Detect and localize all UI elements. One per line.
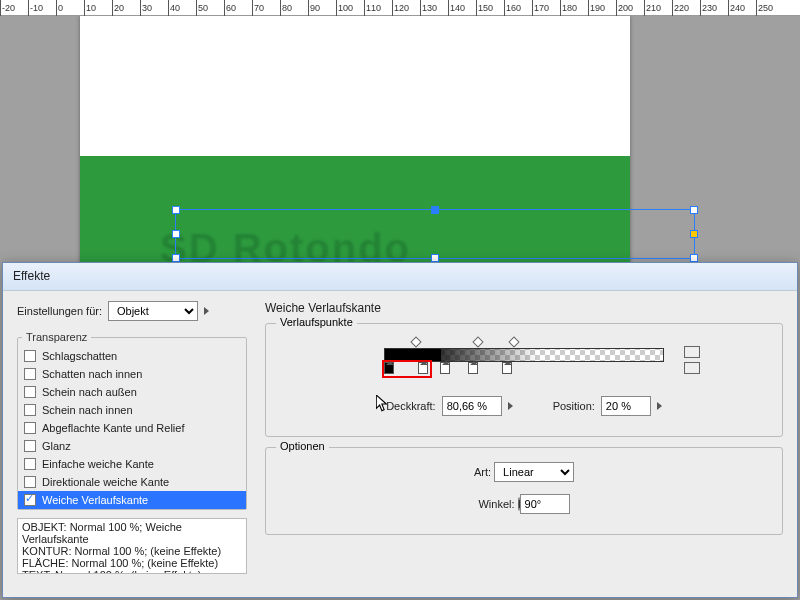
reverse-gradient-icon[interactable]	[684, 346, 700, 358]
ruler-tick: 70	[252, 0, 264, 16]
ruler-tick: 50	[196, 0, 208, 16]
effect-checkbox[interactable]	[24, 494, 36, 506]
spinner-icon[interactable]	[508, 402, 513, 410]
effects-summary-box: OBJEKT: Normal 100 %; Weiche Verlaufskan…	[17, 518, 247, 574]
position-label: Position:	[553, 400, 595, 412]
handle-left-center[interactable]	[172, 230, 180, 238]
ruler-tick: -10	[28, 0, 43, 16]
effect-label: Schein nach innen	[42, 404, 133, 416]
angle-input[interactable]	[520, 494, 570, 514]
handle-bottom-left[interactable]	[172, 254, 180, 262]
gradient-stops-row[interactable]	[384, 362, 664, 378]
settings-for-label: Einstellungen für:	[17, 305, 102, 317]
handle-top-center[interactable]	[431, 206, 439, 214]
ruler-tick: 110	[364, 0, 381, 16]
dialog-title: Effekte	[3, 263, 797, 291]
angle-dial[interactable]	[518, 497, 520, 511]
ruler-tick: 210	[644, 0, 661, 16]
type-select[interactable]: Linear	[494, 462, 574, 482]
ruler-tick: 250	[756, 0, 773, 16]
handle-bottom-center[interactable]	[431, 254, 439, 262]
effect-label: Direktionale weiche Kante	[42, 476, 169, 488]
gradient-stop-selected[interactable]	[440, 362, 450, 374]
gradient-stop[interactable]	[502, 362, 512, 374]
ruler-tick: 30	[140, 0, 152, 16]
handle-right-center[interactable]	[690, 230, 698, 238]
panel-heading: Weiche Verlaufskante	[265, 301, 783, 315]
options-label: Optionen	[276, 440, 329, 452]
selection-frame[interactable]	[175, 209, 695, 259]
angle-label: Winkel:	[478, 498, 514, 510]
ruler-tick: 90	[308, 0, 320, 16]
handle-bottom-right[interactable]	[690, 254, 698, 262]
spinner-icon[interactable]	[657, 402, 662, 410]
effect-checkbox[interactable]	[24, 476, 36, 488]
ruler-tick: -20	[0, 0, 15, 16]
effect-label: Weiche Verlaufskante	[42, 494, 148, 506]
horizontal-ruler: -20-100102030405060708090100110120130140…	[0, 0, 800, 16]
effect-item-schatten-nach-innen[interactable]: Schatten nach innen	[18, 365, 246, 383]
effect-checkbox[interactable]	[24, 404, 36, 416]
effect-checkbox[interactable]	[24, 458, 36, 470]
midpoint-stop[interactable]	[472, 336, 483, 347]
effects-list-group: Transparenz SchlagschattenSchatten nach …	[17, 331, 247, 510]
summary-line: OBJEKT: Normal 100 %; Weiche Verlaufskan…	[22, 521, 242, 545]
effects-list-legend: Transparenz	[22, 331, 91, 343]
effect-item-direktionale-weiche-kante[interactable]: Direktionale weiche Kante	[18, 473, 246, 491]
ruler-tick: 80	[280, 0, 292, 16]
effect-checkbox[interactable]	[24, 440, 36, 452]
effect-item-glanz[interactable]: Glanz	[18, 437, 246, 455]
ruler-tick: 150	[476, 0, 493, 16]
summary-line: TEXT: Normal 100 %; (keine Effekte)	[22, 569, 242, 574]
effect-checkbox[interactable]	[24, 386, 36, 398]
ruler-tick: 0	[56, 0, 63, 16]
effect-item-abgeflachte-kante-und-relief[interactable]: Abgeflachte Kante und Relief	[18, 419, 246, 437]
type-label: Art:	[474, 466, 491, 478]
gradient-stop[interactable]	[468, 362, 478, 374]
midpoint-stop[interactable]	[410, 336, 421, 347]
effects-dialog: Effekte Einstellungen für: Objekt Transp…	[2, 262, 798, 598]
effect-item-schlagschatten[interactable]: Schlagschatten	[18, 347, 246, 365]
effect-checkbox[interactable]	[24, 368, 36, 380]
ruler-tick: 20	[112, 0, 124, 16]
effect-label: Schatten nach innen	[42, 368, 142, 380]
ruler-tick: 190	[588, 0, 605, 16]
effect-item-einfache-weiche-kante[interactable]: Einfache weiche Kante	[18, 455, 246, 473]
ruler-tick: 60	[224, 0, 236, 16]
effects-right-panel: Weiche Verlaufskante Verlaufspunkte	[265, 301, 783, 574]
ruler-tick: 100	[336, 0, 353, 16]
handle-top-right[interactable]	[690, 206, 698, 214]
effect-label: Glanz	[42, 440, 71, 452]
gradient-stop[interactable]	[384, 362, 394, 374]
ruler-tick: 130	[420, 0, 437, 16]
summary-line: FLÄCHE: Normal 100 %; (keine Effekte)	[22, 557, 242, 569]
ruler-tick: 170	[532, 0, 549, 16]
effect-item-weiche-verlaufskante[interactable]: Weiche Verlaufskante	[18, 491, 246, 509]
gradient-stop[interactable]	[418, 362, 428, 374]
gradient-points-group: Verlaufspunkte	[265, 323, 783, 437]
effect-label: Einfache weiche Kante	[42, 458, 154, 470]
effect-checkbox[interactable]	[24, 350, 36, 362]
effect-label: Abgeflachte Kante und Relief	[42, 422, 185, 434]
effect-item-schein-nach-innen[interactable]: Schein nach innen	[18, 401, 246, 419]
options-group: Optionen Art: Linear Winkel:	[265, 447, 783, 535]
handle-top-left[interactable]	[172, 206, 180, 214]
ruler-tick: 200	[616, 0, 633, 16]
opacity-input[interactable]	[442, 396, 502, 416]
midpoint-stop[interactable]	[508, 336, 519, 347]
effect-item-schein-nach-au-en[interactable]: Schein nach außen	[18, 383, 246, 401]
summary-line: KONTUR: Normal 100 %; (keine Effekte)	[22, 545, 242, 557]
dropdown-arrow-icon	[204, 307, 209, 315]
position-input[interactable]	[601, 396, 651, 416]
ruler-tick: 240	[728, 0, 745, 16]
ruler-tick: 120	[392, 0, 409, 16]
settings-for-select[interactable]: Objekt	[108, 301, 198, 321]
ruler-tick: 220	[672, 0, 689, 16]
gradient-points-label: Verlaufspunkte	[276, 316, 357, 328]
effects-left-panel: Einstellungen für: Objekt Transparenz Sc…	[17, 301, 247, 574]
gradient-midpoints[interactable]	[384, 338, 664, 348]
ruler-tick: 230	[700, 0, 717, 16]
ruler-tick: 160	[504, 0, 521, 16]
delete-stop-icon[interactable]	[684, 362, 700, 374]
effect-checkbox[interactable]	[24, 422, 36, 434]
